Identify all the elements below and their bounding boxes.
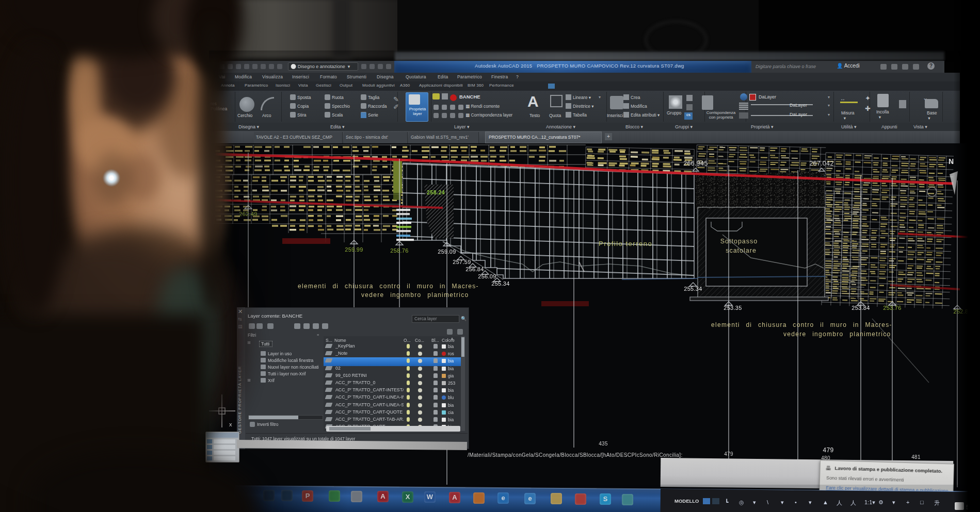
svg-text:266.945: 266.945: [683, 160, 708, 167]
svg-text:253.35: 253.35: [724, 305, 742, 311]
svg-text:255.34: 255.34: [491, 280, 509, 287]
svg-text:Sottopasso: Sottopasso: [720, 238, 758, 245]
svg-text:elementi di chiusura contro il: elementi di chiusura contro il muro in M…: [711, 321, 892, 328]
svg-text:253.84: 253.84: [852, 305, 870, 311]
svg-text:scatolare: scatolare: [726, 247, 757, 254]
svg-text:256.09: 256.09: [478, 273, 496, 279]
svg-text:435: 435: [599, 441, 608, 447]
svg-text:elementi di chiusura contro il: elementi di chiusura contro il muro in M…: [298, 283, 479, 290]
svg-text:Profilo terreno: Profilo terreno: [599, 240, 652, 247]
svg-text:267.042: 267.042: [809, 160, 833, 167]
svg-text:259.09: 259.09: [438, 249, 456, 255]
svg-text:253.76: 253.76: [883, 305, 901, 311]
svg-text:259.99: 259.99: [345, 246, 363, 253]
svg-text:x: x: [229, 421, 232, 427]
svg-text:N: N: [949, 157, 954, 166]
svg-text:479: 479: [823, 447, 834, 454]
svg-text:255.34: 255.34: [684, 286, 702, 292]
svg-text:vedere ingombro planimetrico: vedere ingombro planimetrico: [783, 331, 891, 338]
svg-text:258.76: 258.76: [390, 247, 408, 254]
svg-text:481: 481: [911, 454, 921, 460]
svg-text:256.84: 256.84: [465, 266, 484, 272]
svg-text:/Materiali/Stampa/conGela/SCon: /Materiali/Stampa/conGela/SCongela/Blocc…: [468, 452, 683, 458]
svg-text:257.59: 257.59: [453, 259, 471, 265]
svg-text:479: 479: [724, 451, 733, 457]
svg-text:vedere ingombro planimetrico: vedere ingombro planimetrico: [361, 291, 469, 299]
svg-text:258.24: 258.24: [427, 189, 445, 195]
svg-text:262.49: 262.49: [239, 211, 257, 217]
